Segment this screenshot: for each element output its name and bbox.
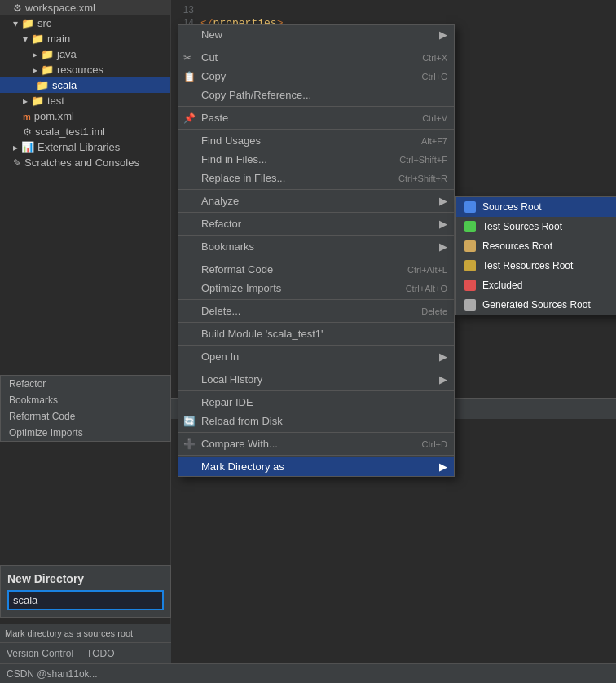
menu-label-repair: Repair IDE [201, 396, 253, 408]
status-bar: CSDN @shan11ok... [0, 663, 616, 683]
menu-item-build[interactable]: Build Module 'scala_test1' [178, 324, 454, 343]
tree-item-pom[interactable]: m pom.xml [0, 108, 170, 124]
menu-label-paste: Paste [201, 112, 228, 124]
menu-separator-3 [178, 129, 454, 130]
tree-item-scratches[interactable]: ✎ Scratches and Consoles [0, 155, 170, 170]
menu-item-paste[interactable]: 📌 Paste Ctrl+V [178, 108, 454, 127]
compare-icon: ➕ [183, 438, 196, 450]
menu-label-refactor: Refactor [201, 218, 241, 230]
menu-label-optimize: Optimize Imports [201, 282, 281, 294]
menu-separator-6 [178, 235, 454, 236]
menu-item-cut[interactable]: ✂ Cut Ctrl+X [178, 48, 454, 67]
bg-menu-item-bookmarks[interactable]: Bookmarks [1, 392, 170, 408]
menu-label-mark-dir: Mark Directory as [201, 460, 284, 473]
menu-label-reformat: Reformat Code [201, 263, 273, 275]
libs-icon: ▸ [13, 142, 18, 153]
shortcut-reformat: Ctrl+Alt+L [407, 265, 447, 275]
reload-icon: 🔄 [183, 416, 196, 427]
arrow-icon-refactor: ▶ [439, 218, 447, 230]
menu-separator-12 [178, 390, 454, 391]
submenu-label-generated-sources: Generated Sources Root [482, 299, 591, 311]
menu-item-bookmarks[interactable]: Bookmarks ▶ [178, 237, 454, 256]
menu-separator-11 [178, 368, 454, 368]
menu-label-find-usages: Find Usages [201, 134, 261, 147]
submenu-resources-root[interactable]: Resources Root [456, 236, 616, 256]
submenu-sources-root[interactable]: Sources Root [456, 197, 616, 217]
mark-dir-submenu: Sources Root Test Sources Root Resources… [455, 196, 616, 315]
submenu-label-excluded: Excluded [482, 280, 522, 291]
submenu-label-test-sources: Test Sources Root [482, 221, 562, 232]
menu-item-replace-files[interactable]: Replace in Files... Ctrl+Shift+R [178, 169, 454, 187]
submenu-test-sources[interactable]: Test Sources Root [456, 217, 616, 236]
copy-icon: 📋 [183, 71, 196, 82]
paste-icon: 📌 [183, 112, 196, 124]
folder-open-icon: ▾ [13, 18, 18, 29]
generated-sources-dot [464, 299, 476, 311]
menu-item-new[interactable]: New ▶ [178, 25, 454, 44]
tree-item-scala[interactable]: 📁 scala [0, 77, 170, 93]
bg-menu-item-refactor[interactable]: Refactor [1, 376, 170, 392]
bg-menu-item-optimize[interactable]: Optimize Imports [1, 425, 170, 441]
line-number: 13 [171, 4, 200, 15]
submenu-generated-sources[interactable]: Generated Sources Root [456, 295, 616, 315]
menu-label-analyze: Analyze [201, 195, 239, 207]
menu-item-reload[interactable]: 🔄 Reload from Disk [178, 412, 454, 430]
shortcut-replace-files: Ctrl+Shift+R [398, 174, 447, 183]
menu-item-delete[interactable]: Delete... Delete [178, 302, 454, 320]
shortcut-delete: Delete [421, 306, 447, 316]
arrow-icon-local-history: ▶ [439, 373, 447, 386]
submenu-test-resources[interactable]: Test Resources Root [456, 256, 616, 275]
menu-item-copy-path[interactable]: Copy Path/Reference... [178, 86, 454, 104]
tree-item-src[interactable]: ▾ 📁 src [0, 15, 170, 31]
menu-item-copy[interactable]: 📋 Copy Ctrl+C [178, 67, 454, 86]
menu-label-new: New [201, 29, 222, 41]
menu-item-compare[interactable]: ➕ Compare With... Ctrl+D [178, 434, 454, 453]
new-directory-input[interactable] [7, 590, 164, 610]
tree-item-iml[interactable]: ⚙ scala_test1.iml [0, 124, 170, 139]
sources-root-dot [464, 201, 476, 213]
tree-item-workspace[interactable]: ⚙ workspace.xml [0, 0, 170, 15]
menu-label-local-history: Local History [201, 373, 262, 386]
pom-icon: m [23, 112, 31, 121]
menu-item-refactor[interactable]: Refactor ▶ [178, 214, 454, 233]
menu-label-build: Build Module 'scala_test1' [201, 328, 323, 340]
tree-item-main[interactable]: ▾ 📁 main [0, 31, 170, 46]
menu-label-copy-path: Copy Path/Reference... [201, 89, 311, 101]
menu-item-repair[interactable]: Repair IDE [178, 393, 454, 412]
scratches-icon: ✎ [13, 157, 21, 169]
submenu-label-resources-root: Resources Root [482, 240, 552, 252]
menu-separator-2 [178, 106, 454, 107]
menu-item-local-history[interactable]: Local History ▶ [178, 370, 454, 389]
menu-item-optimize[interactable]: Optimize Imports Ctrl+Alt+O [178, 279, 454, 297]
menu-separator-14 [178, 455, 454, 456]
menu-item-open-in[interactable]: Open In ▶ [178, 347, 454, 366]
tree-item-resources[interactable]: ▸ 📁 resources [0, 62, 170, 77]
excluded-dot [464, 280, 476, 291]
menu-item-find-files[interactable]: Find in Files... Ctrl+Shift+F [178, 150, 454, 169]
arrow-icon: ▶ [439, 29, 447, 41]
bg-secondary-menu: Refactor Bookmarks Reformat Code Optimiz… [0, 375, 171, 442]
tree-item-ext-libs[interactable]: ▸ 📊 External Libraries [0, 139, 170, 155]
new-directory-title: New Directory [7, 572, 164, 585]
tree-item-java[interactable]: ▸ 📁 java [0, 46, 170, 62]
todo-label[interactable]: TODO [86, 648, 114, 659]
submenu-excluded[interactable]: Excluded [456, 275, 616, 295]
context-menu: New ▶ ✂ Cut Ctrl+X 📋 Copy Ctrl+C Copy Pa… [178, 24, 455, 477]
menu-item-reformat[interactable]: Reformat Code Ctrl+Alt+L [178, 260, 454, 279]
menu-separator-5 [178, 212, 454, 213]
arrow-icon-analyze: ▶ [439, 195, 447, 207]
folder-closed-icon: ▸ [33, 64, 37, 76]
folder-closed-icon: ▸ [23, 95, 28, 107]
arrow-icon-bookmarks: ▶ [439, 240, 447, 253]
menu-item-analyze[interactable]: Analyze ▶ [178, 192, 454, 210]
menu-item-find-usages[interactable]: Find Usages Alt+F7 [178, 131, 454, 150]
menu-item-mark-dir[interactable]: Mark Directory as ▶ Sources Root Test So… [178, 457, 454, 476]
tree-item-test[interactable]: ▸ 📁 test [0, 93, 170, 108]
menu-label-replace-files: Replace in Files... [201, 172, 285, 184]
submenu-label-test-resources: Test Resources Root [482, 260, 573, 271]
version-control-label[interactable]: Version Control [7, 648, 73, 659]
menu-separator-8 [178, 299, 454, 300]
menu-label-copy: Copy [201, 70, 226, 82]
shortcut-cut: Ctrl+X [422, 53, 447, 63]
bg-menu-item-reformat[interactable]: Reformat Code [1, 408, 170, 425]
